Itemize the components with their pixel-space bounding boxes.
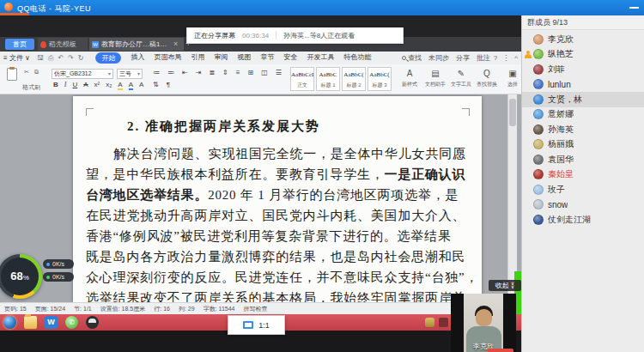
- char-format-button[interactable]: A: [129, 81, 133, 90]
- style-preset[interactable]: AaBbC(标题 2: [342, 67, 366, 91]
- tray-icon-b[interactable]: [439, 318, 448, 327]
- char-format-button[interactable]: A: [83, 81, 88, 90]
- close-tab-icon[interactable]: ×: [173, 39, 178, 48]
- member-name: 意娇娜: [548, 108, 574, 120]
- start-button-icon[interactable]: [3, 316, 16, 329]
- menu-item-审阅[interactable]: 审阅: [214, 52, 228, 64]
- paragraph-format-button[interactable]: ☰: [276, 69, 282, 76]
- font-name-select[interactable]: 仿宋_GB2312▾: [52, 69, 113, 79]
- tab-templates[interactable]: 稻壳模板: [38, 38, 88, 51]
- menu-item-分享[interactable]: 分享: [456, 53, 470, 63]
- member-row[interactable]: 文贤，林: [522, 92, 644, 107]
- doc-text-segment: 解决台湾问题、实现祖国完全统一，是全体中华儿女共同愿: [113, 147, 466, 161]
- call-app-icon[interactable]: ✆: [65, 316, 78, 329]
- member-row[interactable]: 孙海英: [522, 122, 644, 137]
- char-format-button[interactable]: A: [118, 81, 122, 90]
- screen-share-banner[interactable]: 正在分享屏幕 00:36:34 孙海英...等8人正在观看: [186, 27, 404, 44]
- wps-taskbar-icon[interactable]: W: [45, 316, 58, 329]
- webcam-video-tile[interactable]: 李克欣: [451, 294, 516, 352]
- explorer-folder-icon[interactable]: [24, 316, 37, 329]
- style-preset[interactable]: AaBbC标题 1: [316, 67, 340, 91]
- menu-item-页面布局[interactable]: 页面布局: [154, 52, 181, 64]
- status-dot-icon: [46, 276, 50, 279]
- char-format-button[interactable]: A: [139, 81, 143, 90]
- menu-util-icon[interactable]: ⋮: [502, 54, 509, 62]
- paragraph-format-button[interactable]: ⇅: [153, 81, 159, 88]
- member-row[interactable]: lunlun: [522, 77, 644, 93]
- member-row[interactable]: 意娇娜: [522, 107, 644, 123]
- speaker-icon: [524, 51, 532, 58]
- paragraph-format-button[interactable]: ≔: [153, 69, 160, 76]
- tool-查找替换[interactable]: Q查找替换: [476, 67, 498, 88]
- menu-item-插入[interactable]: 插入: [131, 52, 144, 64]
- quick-icon[interactable]: ↶: [58, 54, 64, 63]
- member-row[interactable]: 仗剑走江湖: [522, 212, 644, 228]
- menu-item-特色功能[interactable]: 特色功能: [343, 52, 371, 64]
- char-format-button[interactable]: U: [72, 81, 77, 90]
- minimize-button[interactable]: [629, 7, 639, 9]
- menu-item-批注[interactable]: 批注: [477, 53, 490, 63]
- char-format-button[interactable]: x²: [94, 81, 100, 90]
- tab-document[interactable]: W教育部办公厅…稿1）的通知: [89, 38, 184, 51]
- menu-cloud-share-comment: 未同步分享批注: [428, 53, 490, 63]
- menu-item-安全[interactable]: 安全: [283, 52, 297, 64]
- paragraph-format-button[interactable]: ⇥: [196, 69, 202, 76]
- copy-icon[interactable]: ⧉: [34, 69, 39, 76]
- menu-util-icon[interactable]: ^: [514, 54, 518, 62]
- menu-util-icon[interactable]: ?: [494, 54, 497, 62]
- tool-文档助手[interactable]: ▤文档助手: [424, 67, 447, 88]
- paragraph-format-button[interactable]: ¶: [167, 81, 170, 88]
- member-row[interactable]: 李克欣: [522, 32, 644, 47]
- member-row[interactable]: 袁国华: [522, 152, 644, 167]
- tool-icon: ✎: [450, 67, 472, 81]
- status-item: 设置值: 18.5厘米: [100, 305, 146, 313]
- style-sample: AaBbC(: [343, 68, 365, 82]
- collapse-button[interactable]: 收起 ∨∨: [489, 280, 521, 291]
- avatar: [533, 49, 544, 59]
- paragraph-format-button[interactable]: ⇤: [182, 69, 188, 76]
- style-preset[interactable]: AaBbCcDd正文: [290, 67, 314, 91]
- font-size-select[interactable]: 三号▾: [117, 69, 143, 79]
- quick-icon[interactable]: ↷: [68, 54, 74, 63]
- char-format-button[interactable]: x₂: [106, 81, 112, 90]
- paragraph-format-button[interactable]: ≡: [236, 69, 240, 76]
- menu-item-章节[interactable]: 章节: [260, 52, 274, 64]
- cut-icon[interactable]: ✂: [24, 69, 29, 76]
- tool-文字工具[interactable]: ✎文字工具: [450, 67, 472, 88]
- char-format-button[interactable]: B: [53, 81, 58, 90]
- menu-item-视图[interactable]: 视图: [237, 52, 251, 64]
- camera-app-icon[interactable]: [86, 316, 99, 329]
- member-row[interactable]: 秦始皇: [522, 167, 644, 183]
- quick-icon[interactable]: ↻: [78, 54, 84, 63]
- paragraph-format-button[interactable]: ⇕: [222, 69, 228, 76]
- tray-icon-a[interactable]: [425, 318, 434, 327]
- menu-item-开发工具[interactable]: 开发工具: [307, 52, 334, 64]
- quick-icon[interactable]: ⎙: [48, 54, 53, 63]
- format-painter-button[interactable]: 格式刷: [22, 83, 40, 92]
- paragraph-format-button[interactable]: ⊞: [247, 69, 253, 76]
- member-row[interactable]: 杨丽娥: [522, 137, 644, 153]
- member-row[interactable]: 刘菲: [522, 62, 644, 77]
- find-button[interactable]: 查找: [402, 53, 422, 63]
- paragraph-format-button[interactable]: ◫: [261, 69, 268, 76]
- char-format-button[interactable]: I: [64, 81, 67, 90]
- quick-icon[interactable]: 🖫: [37, 54, 44, 63]
- tool-新样式[interactable]: A新样式: [398, 67, 421, 88]
- paste-button[interactable]: [7, 68, 17, 81]
- menu-item-引用[interactable]: 引用: [191, 52, 204, 64]
- style-preset[interactable]: AaBbC(标题 3: [368, 67, 392, 91]
- menu-item-未同步[interactable]: 未同步: [428, 53, 449, 63]
- document-page[interactable]: 2. 准确把握两岸关系发展大势 解决台湾问题、实现祖国完全统一，是全体中华儿女共…: [73, 96, 482, 302]
- zoom-ratio-popup[interactable]: 1:1: [228, 315, 285, 335]
- member-row[interactable]: 纵艳芝: [522, 47, 644, 63]
- paragraph-format-button[interactable]: ≕: [167, 69, 174, 76]
- end-share-button-edge[interactable]: [488, 349, 513, 352]
- margin-crop-mark: [86, 108, 94, 116]
- tab-home[interactable]: 首页: [5, 39, 34, 50]
- paragraph-format-button[interactable]: ≣: [209, 69, 215, 76]
- scrollbar-thumb[interactable]: [509, 99, 516, 126]
- menu-item-开始[interactable]: 开始: [95, 52, 121, 64]
- member-row[interactable]: snow: [522, 197, 644, 213]
- member-row[interactable]: 玫子: [522, 182, 644, 197]
- file-menu[interactable]: ≡ 文件 ∨: [3, 53, 30, 63]
